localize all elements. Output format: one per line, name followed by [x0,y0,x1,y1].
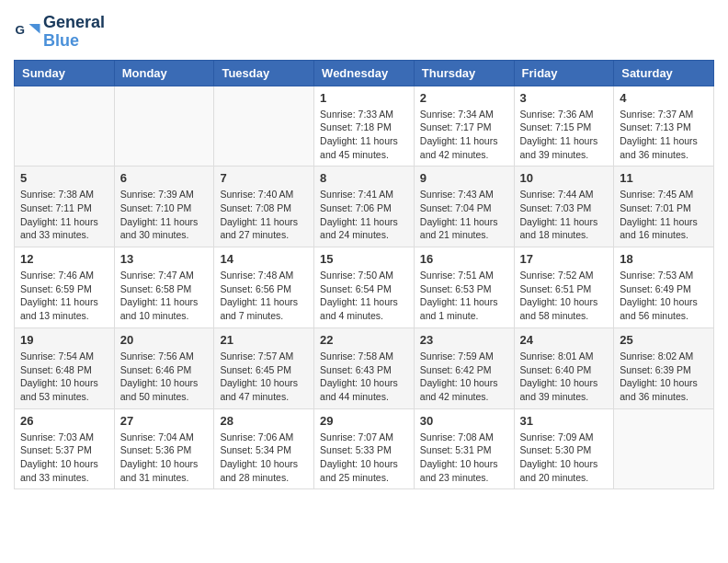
day-info: Sunrise: 7:43 AM Sunset: 7:04 PM Dayligh… [420,188,508,242]
day-number: 23 [420,333,508,347]
day-number: 7 [220,171,308,185]
day-info: Sunrise: 7:41 AM Sunset: 7:06 PM Dayligh… [320,188,408,242]
calendar-cell [214,86,314,167]
calendar-cell [614,408,714,489]
day-number: 10 [520,171,609,185]
calendar-cell: 11Sunrise: 7:45 AM Sunset: 7:01 PM Dayli… [614,167,714,247]
day-info: Sunrise: 7:47 AM Sunset: 6:58 PM Dayligh… [120,269,209,323]
day-number: 11 [620,171,708,185]
svg-marker-1 [29,24,40,34]
day-info: Sunrise: 7:39 AM Sunset: 7:10 PM Dayligh… [120,188,209,242]
calendar-cell: 27Sunrise: 7:04 AM Sunset: 5:36 PM Dayli… [114,408,214,489]
day-info: Sunrise: 7:37 AM Sunset: 7:13 PM Dayligh… [620,108,708,162]
day-info: Sunrise: 7:38 AM Sunset: 7:11 PM Dayligh… [20,188,108,242]
day-info: Sunrise: 7:58 AM Sunset: 6:43 PM Dayligh… [320,350,408,404]
calendar-cell: 17Sunrise: 7:52 AM Sunset: 6:51 PM Dayli… [514,247,614,328]
calendar-cell: 1Sunrise: 7:33 AM Sunset: 7:18 PM Daylig… [314,86,415,167]
day-number: 15 [320,252,408,266]
day-info: Sunrise: 7:51 AM Sunset: 6:53 PM Dayligh… [420,269,508,323]
day-info: Sunrise: 7:07 AM Sunset: 5:33 PM Dayligh… [320,431,408,485]
calendar-cell: 30Sunrise: 7:08 AM Sunset: 5:31 PM Dayli… [414,408,514,489]
calendar-cell: 29Sunrise: 7:07 AM Sunset: 5:33 PM Dayli… [314,408,415,489]
day-number: 30 [420,414,508,428]
day-number: 25 [620,333,708,347]
day-number: 19 [20,333,108,347]
day-info: Sunrise: 8:02 AM Sunset: 6:39 PM Dayligh… [620,350,708,404]
calendar-cell: 15Sunrise: 7:50 AM Sunset: 6:54 PM Dayli… [314,247,415,328]
day-info: Sunrise: 7:52 AM Sunset: 6:51 PM Dayligh… [520,269,609,323]
day-number: 16 [420,252,508,266]
day-number: 6 [120,171,209,185]
day-number: 26 [20,414,108,428]
calendar-cell: 25Sunrise: 8:02 AM Sunset: 6:39 PM Dayli… [614,327,714,408]
calendar-cell: 22Sunrise: 7:58 AM Sunset: 6:43 PM Dayli… [314,327,415,408]
logo-line1: General [43,14,105,32]
calendar-cell: 6Sunrise: 7:39 AM Sunset: 7:10 PM Daylig… [114,167,214,247]
day-info: Sunrise: 7:53 AM Sunset: 6:49 PM Dayligh… [620,269,708,323]
calendar-cell: 18Sunrise: 7:53 AM Sunset: 6:49 PM Dayli… [614,247,714,328]
weekday-header: Friday [514,60,614,86]
page-header: G General Blue [14,14,714,51]
day-info: Sunrise: 7:08 AM Sunset: 5:31 PM Dayligh… [420,431,508,485]
calendar-cell: 5Sunrise: 7:38 AM Sunset: 7:11 PM Daylig… [15,167,115,247]
calendar-cell: 28Sunrise: 7:06 AM Sunset: 5:34 PM Dayli… [214,408,314,489]
day-info: Sunrise: 7:06 AM Sunset: 5:34 PM Dayligh… [220,431,308,485]
calendar-cell: 10Sunrise: 7:44 AM Sunset: 7:03 PM Dayli… [514,167,614,247]
calendar-cell [114,86,214,167]
day-number: 28 [220,414,308,428]
calendar-cell: 24Sunrise: 8:01 AM Sunset: 6:40 PM Dayli… [514,327,614,408]
day-info: Sunrise: 7:33 AM Sunset: 7:18 PM Dayligh… [320,108,408,162]
calendar-cell: 4Sunrise: 7:37 AM Sunset: 7:13 PM Daylig… [614,86,714,167]
calendar-cell: 23Sunrise: 7:59 AM Sunset: 6:42 PM Dayli… [414,327,514,408]
weekday-header: Sunday [15,60,115,86]
day-info: Sunrise: 7:04 AM Sunset: 5:36 PM Dayligh… [120,431,209,485]
calendar-cell: 8Sunrise: 7:41 AM Sunset: 7:06 PM Daylig… [314,167,415,247]
day-number: 8 [320,171,408,185]
day-info: Sunrise: 7:59 AM Sunset: 6:42 PM Dayligh… [420,350,508,404]
day-number: 24 [520,333,609,347]
calendar-cell: 19Sunrise: 7:54 AM Sunset: 6:48 PM Dayli… [15,327,115,408]
day-number: 3 [520,91,609,105]
calendar-table: SundayMondayTuesdayWednesdayThursdayFrid… [14,60,714,490]
svg-text:G: G [16,22,26,36]
day-number: 27 [120,414,209,428]
day-info: Sunrise: 7:09 AM Sunset: 5:30 PM Dayligh… [520,431,609,485]
calendar-cell: 21Sunrise: 7:57 AM Sunset: 6:45 PM Dayli… [214,327,314,408]
calendar-cell: 26Sunrise: 7:03 AM Sunset: 5:37 PM Dayli… [15,408,115,489]
day-number: 2 [420,91,508,105]
day-number: 4 [620,91,708,105]
day-info: Sunrise: 7:34 AM Sunset: 7:17 PM Dayligh… [420,108,508,162]
logo-line2: Blue [43,32,105,51]
day-info: Sunrise: 7:57 AM Sunset: 6:45 PM Dayligh… [220,350,308,404]
day-info: Sunrise: 7:44 AM Sunset: 7:03 PM Dayligh… [520,188,609,242]
calendar-cell: 31Sunrise: 7:09 AM Sunset: 5:30 PM Dayli… [514,408,614,489]
calendar-cell: 9Sunrise: 7:43 AM Sunset: 7:04 PM Daylig… [414,167,514,247]
day-number: 9 [420,171,508,185]
day-number: 12 [20,252,108,266]
day-info: Sunrise: 7:56 AM Sunset: 6:46 PM Dayligh… [120,350,209,404]
day-number: 21 [220,333,308,347]
calendar-cell: 20Sunrise: 7:56 AM Sunset: 6:46 PM Dayli… [114,327,214,408]
day-number: 17 [520,252,609,266]
day-number: 29 [320,414,408,428]
logo: G General Blue [14,14,105,51]
calendar-cell [15,86,115,167]
day-number: 14 [220,252,308,266]
day-info: Sunrise: 7:46 AM Sunset: 6:59 PM Dayligh… [20,269,108,323]
day-info: Sunrise: 7:48 AM Sunset: 6:56 PM Dayligh… [220,269,308,323]
day-info: Sunrise: 7:03 AM Sunset: 5:37 PM Dayligh… [20,431,108,485]
day-info: Sunrise: 7:40 AM Sunset: 7:08 PM Dayligh… [220,188,308,242]
weekday-header: Tuesday [214,60,314,86]
calendar-cell: 16Sunrise: 7:51 AM Sunset: 6:53 PM Dayli… [414,247,514,328]
day-number: 13 [120,252,209,266]
weekday-header: Monday [114,60,214,86]
day-info: Sunrise: 8:01 AM Sunset: 6:40 PM Dayligh… [520,350,609,404]
logo-icon: G [14,18,41,46]
day-info: Sunrise: 7:36 AM Sunset: 7:15 PM Dayligh… [520,108,609,162]
weekday-header: Saturday [614,60,714,86]
weekday-header: Thursday [414,60,514,86]
day-number: 31 [520,414,609,428]
calendar-cell: 7Sunrise: 7:40 AM Sunset: 7:08 PM Daylig… [214,167,314,247]
day-number: 22 [320,333,408,347]
day-number: 5 [20,171,108,185]
